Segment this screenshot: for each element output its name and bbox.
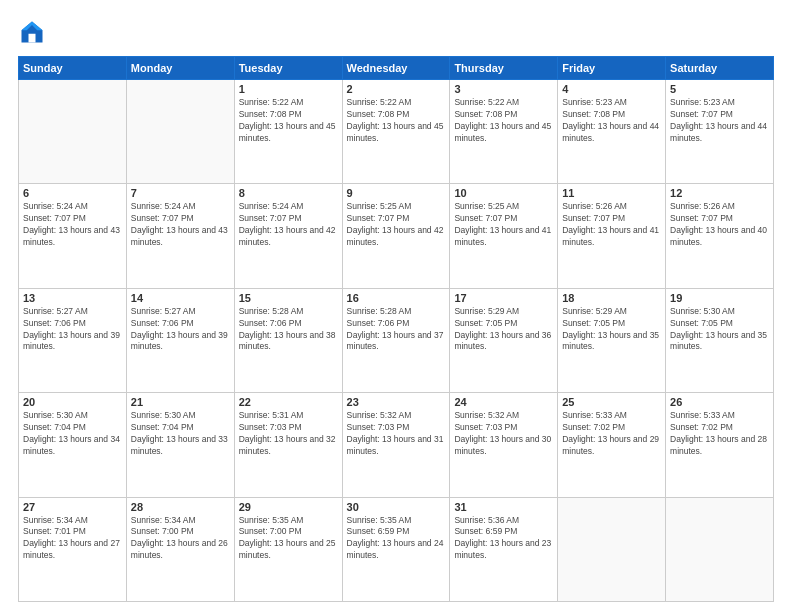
day-info: Sunrise: 5:35 AM Sunset: 6:59 PM Dayligh…	[347, 515, 446, 563]
calendar-cell: 18Sunrise: 5:29 AM Sunset: 7:05 PM Dayli…	[558, 288, 666, 392]
calendar-cell: 22Sunrise: 5:31 AM Sunset: 7:03 PM Dayli…	[234, 393, 342, 497]
day-info: Sunrise: 5:24 AM Sunset: 7:07 PM Dayligh…	[239, 201, 338, 249]
weekday-header-saturday: Saturday	[666, 57, 774, 80]
day-number: 14	[131, 292, 230, 304]
day-number: 11	[562, 187, 661, 199]
day-info: Sunrise: 5:24 AM Sunset: 7:07 PM Dayligh…	[131, 201, 230, 249]
day-number: 25	[562, 396, 661, 408]
calendar-cell: 11Sunrise: 5:26 AM Sunset: 7:07 PM Dayli…	[558, 184, 666, 288]
calendar-cell: 12Sunrise: 5:26 AM Sunset: 7:07 PM Dayli…	[666, 184, 774, 288]
day-info: Sunrise: 5:33 AM Sunset: 7:02 PM Dayligh…	[670, 410, 769, 458]
day-number: 19	[670, 292, 769, 304]
day-info: Sunrise: 5:34 AM Sunset: 7:00 PM Dayligh…	[131, 515, 230, 563]
day-info: Sunrise: 5:28 AM Sunset: 7:06 PM Dayligh…	[347, 306, 446, 354]
day-info: Sunrise: 5:31 AM Sunset: 7:03 PM Dayligh…	[239, 410, 338, 458]
day-number: 20	[23, 396, 122, 408]
calendar-cell	[558, 497, 666, 601]
day-number: 6	[23, 187, 122, 199]
calendar-cell: 25Sunrise: 5:33 AM Sunset: 7:02 PM Dayli…	[558, 393, 666, 497]
calendar-cell: 8Sunrise: 5:24 AM Sunset: 7:07 PM Daylig…	[234, 184, 342, 288]
week-row-5: 27Sunrise: 5:34 AM Sunset: 7:01 PM Dayli…	[19, 497, 774, 601]
day-number: 7	[131, 187, 230, 199]
day-number: 1	[239, 83, 338, 95]
day-number: 23	[347, 396, 446, 408]
weekday-header-thursday: Thursday	[450, 57, 558, 80]
day-info: Sunrise: 5:23 AM Sunset: 7:08 PM Dayligh…	[562, 97, 661, 145]
day-info: Sunrise: 5:29 AM Sunset: 7:05 PM Dayligh…	[454, 306, 553, 354]
day-info: Sunrise: 5:22 AM Sunset: 7:08 PM Dayligh…	[454, 97, 553, 145]
day-info: Sunrise: 5:26 AM Sunset: 7:07 PM Dayligh…	[670, 201, 769, 249]
day-number: 28	[131, 501, 230, 513]
logo	[18, 18, 50, 46]
day-number: 13	[23, 292, 122, 304]
day-number: 17	[454, 292, 553, 304]
day-info: Sunrise: 5:25 AM Sunset: 7:07 PM Dayligh…	[454, 201, 553, 249]
day-info: Sunrise: 5:28 AM Sunset: 7:06 PM Dayligh…	[239, 306, 338, 354]
day-info: Sunrise: 5:32 AM Sunset: 7:03 PM Dayligh…	[347, 410, 446, 458]
day-info: Sunrise: 5:25 AM Sunset: 7:07 PM Dayligh…	[347, 201, 446, 249]
calendar-cell: 3Sunrise: 5:22 AM Sunset: 7:08 PM Daylig…	[450, 80, 558, 184]
day-number: 27	[23, 501, 122, 513]
day-info: Sunrise: 5:30 AM Sunset: 7:05 PM Dayligh…	[670, 306, 769, 354]
day-info: Sunrise: 5:22 AM Sunset: 7:08 PM Dayligh…	[347, 97, 446, 145]
day-number: 3	[454, 83, 553, 95]
day-number: 21	[131, 396, 230, 408]
calendar-table: SundayMondayTuesdayWednesdayThursdayFrid…	[18, 56, 774, 602]
calendar-cell: 6Sunrise: 5:24 AM Sunset: 7:07 PM Daylig…	[19, 184, 127, 288]
calendar-cell: 13Sunrise: 5:27 AM Sunset: 7:06 PM Dayli…	[19, 288, 127, 392]
day-number: 15	[239, 292, 338, 304]
day-number: 30	[347, 501, 446, 513]
day-number: 16	[347, 292, 446, 304]
calendar-cell: 2Sunrise: 5:22 AM Sunset: 7:08 PM Daylig…	[342, 80, 450, 184]
day-number: 26	[670, 396, 769, 408]
weekday-header-tuesday: Tuesday	[234, 57, 342, 80]
calendar-cell: 9Sunrise: 5:25 AM Sunset: 7:07 PM Daylig…	[342, 184, 450, 288]
header	[18, 18, 774, 46]
day-number: 4	[562, 83, 661, 95]
day-info: Sunrise: 5:24 AM Sunset: 7:07 PM Dayligh…	[23, 201, 122, 249]
calendar-cell: 17Sunrise: 5:29 AM Sunset: 7:05 PM Dayli…	[450, 288, 558, 392]
day-info: Sunrise: 5:30 AM Sunset: 7:04 PM Dayligh…	[131, 410, 230, 458]
calendar-cell: 23Sunrise: 5:32 AM Sunset: 7:03 PM Dayli…	[342, 393, 450, 497]
day-info: Sunrise: 5:23 AM Sunset: 7:07 PM Dayligh…	[670, 97, 769, 145]
calendar-cell: 5Sunrise: 5:23 AM Sunset: 7:07 PM Daylig…	[666, 80, 774, 184]
logo-icon	[18, 18, 46, 46]
calendar-cell: 31Sunrise: 5:36 AM Sunset: 6:59 PM Dayli…	[450, 497, 558, 601]
calendar-cell: 30Sunrise: 5:35 AM Sunset: 6:59 PM Dayli…	[342, 497, 450, 601]
calendar-cell: 14Sunrise: 5:27 AM Sunset: 7:06 PM Dayli…	[126, 288, 234, 392]
calendar-cell: 4Sunrise: 5:23 AM Sunset: 7:08 PM Daylig…	[558, 80, 666, 184]
calendar-cell: 26Sunrise: 5:33 AM Sunset: 7:02 PM Dayli…	[666, 393, 774, 497]
day-number: 24	[454, 396, 553, 408]
day-info: Sunrise: 5:26 AM Sunset: 7:07 PM Dayligh…	[562, 201, 661, 249]
day-number: 8	[239, 187, 338, 199]
week-row-1: 1Sunrise: 5:22 AM Sunset: 7:08 PM Daylig…	[19, 80, 774, 184]
day-number: 10	[454, 187, 553, 199]
calendar-cell: 1Sunrise: 5:22 AM Sunset: 7:08 PM Daylig…	[234, 80, 342, 184]
weekday-header-row: SundayMondayTuesdayWednesdayThursdayFrid…	[19, 57, 774, 80]
calendar-cell: 10Sunrise: 5:25 AM Sunset: 7:07 PM Dayli…	[450, 184, 558, 288]
calendar-cell: 19Sunrise: 5:30 AM Sunset: 7:05 PM Dayli…	[666, 288, 774, 392]
calendar-cell: 29Sunrise: 5:35 AM Sunset: 7:00 PM Dayli…	[234, 497, 342, 601]
calendar-cell: 20Sunrise: 5:30 AM Sunset: 7:04 PM Dayli…	[19, 393, 127, 497]
day-number: 18	[562, 292, 661, 304]
calendar-cell: 16Sunrise: 5:28 AM Sunset: 7:06 PM Dayli…	[342, 288, 450, 392]
day-info: Sunrise: 5:36 AM Sunset: 6:59 PM Dayligh…	[454, 515, 553, 563]
weekday-header-friday: Friday	[558, 57, 666, 80]
day-info: Sunrise: 5:32 AM Sunset: 7:03 PM Dayligh…	[454, 410, 553, 458]
day-info: Sunrise: 5:30 AM Sunset: 7:04 PM Dayligh…	[23, 410, 122, 458]
weekday-header-sunday: Sunday	[19, 57, 127, 80]
day-number: 2	[347, 83, 446, 95]
day-info: Sunrise: 5:34 AM Sunset: 7:01 PM Dayligh…	[23, 515, 122, 563]
day-info: Sunrise: 5:33 AM Sunset: 7:02 PM Dayligh…	[562, 410, 661, 458]
calendar-cell: 28Sunrise: 5:34 AM Sunset: 7:00 PM Dayli…	[126, 497, 234, 601]
calendar-cell: 15Sunrise: 5:28 AM Sunset: 7:06 PM Dayli…	[234, 288, 342, 392]
day-number: 9	[347, 187, 446, 199]
day-info: Sunrise: 5:27 AM Sunset: 7:06 PM Dayligh…	[23, 306, 122, 354]
calendar-cell: 7Sunrise: 5:24 AM Sunset: 7:07 PM Daylig…	[126, 184, 234, 288]
week-row-2: 6Sunrise: 5:24 AM Sunset: 7:07 PM Daylig…	[19, 184, 774, 288]
calendar-cell: 27Sunrise: 5:34 AM Sunset: 7:01 PM Dayli…	[19, 497, 127, 601]
day-info: Sunrise: 5:22 AM Sunset: 7:08 PM Dayligh…	[239, 97, 338, 145]
day-number: 22	[239, 396, 338, 408]
week-row-3: 13Sunrise: 5:27 AM Sunset: 7:06 PM Dayli…	[19, 288, 774, 392]
day-number: 12	[670, 187, 769, 199]
